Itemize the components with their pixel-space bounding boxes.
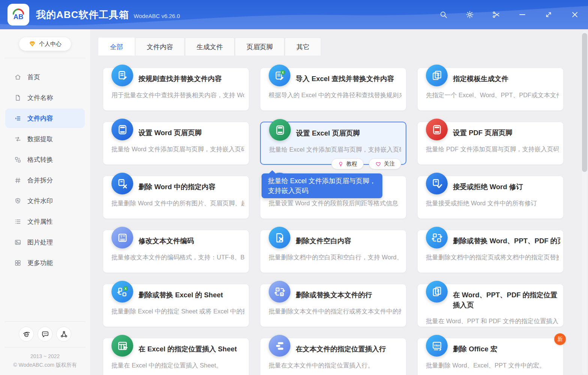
tooltip-line: 批量给 Excel 文件添加页眉与页脚， [268, 176, 376, 186]
follow-button[interactable]: 关注 [369, 158, 401, 169]
tool-card-description: 批量给 PDF 文件添加页眉与页脚，支持嵌入页码 [426, 145, 559, 154]
vba-circle: VBA [426, 335, 448, 357]
share-icon[interactable] [56, 327, 71, 342]
sidebar-item-image-process[interactable]: 图片处理 [5, 232, 85, 252]
tool-card-title: 接受或拒绝 Word 修订 [453, 182, 560, 192]
tool-card-description: 批量删除 Excel 中的指定 Sheet 或将 Excel 中的指定 Sh [111, 307, 244, 316]
tool-card[interactable]: 在 Excel 的指定位置插入 Sheet 批量在 Excel 中的指定位置插入… [103, 338, 249, 375]
tool-card[interactable]: 设置 PDF 页眉页脚 批量给 PDF 文件添加页眉与页脚，支持嵌入页码 [417, 122, 564, 165]
sidebar-item-data-extract[interactable]: 数据提取 [5, 129, 85, 149]
sidebar-footer: 2013 ~ 2022 © WodeABC.com 版权所有 [0, 315, 90, 375]
doc-x-icon: w [117, 178, 128, 190]
svg-text:T: T [120, 235, 122, 238]
tool-card[interactable]: 设置 Excel 页眉页脚 批量给 Excel 文件添加页眉与页脚，支持嵌入页码… [260, 122, 406, 165]
sidebar-item-format-convert[interactable]: 格式转换 [5, 150, 85, 169]
doc-excel-edit-icon: X [274, 70, 286, 81]
resize-icon[interactable] [544, 11, 553, 19]
svg-text:#: # [437, 288, 439, 293]
tool-card-title: 删除文件空白内容 [296, 236, 403, 246]
svg-text:w: w [434, 180, 437, 183]
tab-other[interactable]: 其它 [285, 38, 321, 56]
sidebar-item-watermark[interactable]: 文件水印 [5, 191, 85, 211]
sidebar-item-label: 图片处理 [27, 238, 53, 247]
svg-text:X: X [124, 287, 126, 290]
chat-icon[interactable] [38, 327, 53, 342]
tool-card-description: 用于批量在文件中查找并替换相关内容，支持 Word、 [111, 91, 244, 99]
social-links [0, 322, 90, 346]
header-footer-circle [426, 119, 448, 140]
convert-icon [14, 156, 21, 163]
tool-card[interactable]: # 在 Word、PPT、PDF 的指定位置插入页 批量在 Word、PPT 和… [417, 284, 564, 327]
tool-card-description: 批量删除文档中的指定页或将文档中的指定页替换为新 [426, 253, 559, 262]
svg-text:X: X [281, 71, 284, 74]
tool-card-description: 批量删除文档中的空白页和空白行，支持 Word、Exce [269, 253, 402, 262]
profile-button[interactable]: 个人中心 [19, 37, 71, 51]
app-version: WodeABC v6.26.0 [134, 13, 180, 19]
swap-pages-icon [431, 232, 443, 244]
lightbulb-icon [338, 161, 344, 167]
app-title: 我的ABC软件工具箱 [36, 8, 129, 21]
swap-sheet-icon: X [117, 286, 128, 298]
sidebar-item-label: 文件属性 [27, 217, 53, 226]
tab-all[interactable]: 全部 [98, 38, 135, 56]
tool-card[interactable]: 按规则查找并替换文件内容 用于批量在文件中查找并替换相关内容，支持 Word、 [103, 68, 249, 111]
blank-x-icon [274, 232, 286, 244]
tab-generate-file[interactable]: 生成文件 [185, 38, 235, 56]
tool-card-title: 删除或替换 Excel 的 Sheet [138, 290, 246, 300]
swap-pages-circle [426, 227, 448, 248]
text-encode-icon: T [117, 232, 128, 244]
tool-card[interactable]: 设置 Word 页眉页脚 批量给 Word 文件添加页眉与页脚，支持嵌入页码 [103, 122, 249, 165]
sidebar-item-file-props[interactable]: 文件属性 [5, 212, 85, 231]
tutorial-button[interactable]: 教程 [331, 158, 364, 169]
tool-card[interactable]: 删除文件空白内容 批量删除文档中的空白页和空白行，支持 Word、Exce [260, 230, 406, 273]
tool-card[interactable]: X 导入 Excel 查找并替换文件内容 根据导入的 Excel 中的文件路径和… [260, 68, 406, 111]
app-logo: AB [8, 4, 29, 26]
sidebar-item-more[interactable]: 更多功能 [5, 253, 85, 273]
file-name-icon [14, 94, 21, 101]
tool-card-description: 批量给 Word 文件添加页眉与页脚，支持嵌入页码 [111, 145, 244, 154]
gear-icon[interactable] [466, 11, 474, 19]
tool-card-title: 导入 Excel 查找并替换文件内容 [296, 74, 403, 84]
doc-edit-circle [111, 65, 133, 86]
tool-card[interactable]: X 删除或替换 Excel 的 Sheet 批量删除 Excel 中的指定 Sh… [103, 284, 249, 327]
tab-file-content[interactable]: 文件内容 [135, 38, 185, 56]
image-icon [14, 239, 21, 246]
grid-icon [14, 259, 21, 267]
scrollbar[interactable] [582, 31, 587, 374]
sidebar: 个人中心 首页 文件名称 文件内容 数据提取 格式转换 合并拆分 文件水印 文件… [0, 29, 90, 375]
tool-card-title: 在文本文件的指定位置插入行 [296, 344, 403, 354]
profile-label: 个人中心 [39, 41, 62, 48]
tool-card[interactable]: 在文本文件的指定位置插入行 批量在文本文件中的指定位置插入行。 [260, 338, 406, 375]
sidebar-item-home[interactable]: 首页 [5, 67, 85, 87]
tool-card[interactable]: VBA 删除 Office 宏 批量删除 Word、Excel、PPT 文件中的… [417, 338, 564, 375]
tool-card[interactable]: T 删除或替换文本文件的行 批量删除文本文件中的指定行或将文本文件中的指定行 [260, 284, 406, 327]
search-icon[interactable] [439, 11, 448, 19]
tool-card-title: 删除 Office 宏 [453, 344, 560, 354]
sidebar-item-merge-split[interactable]: 合并拆分 [5, 170, 85, 190]
close-icon[interactable] [571, 11, 579, 19]
tooltip-line: 支持嵌入页码 [268, 186, 376, 196]
category-tabs: 全部文件内容生成文件页眉页脚其它 [98, 38, 588, 56]
swap-lines-icon: T [274, 286, 286, 298]
ie-icon[interactable] [19, 327, 34, 342]
doc-check-circle: w [426, 173, 448, 194]
tool-card[interactable]: 指定模板生成文件 先指定一个 Excel、Word、PPT、PDF或文本文件作为… [417, 68, 564, 111]
minimize-icon[interactable] [518, 11, 526, 19]
sidebar-item-file-name[interactable]: 文件名称 [5, 88, 85, 107]
insert-sheet-circle [111, 335, 133, 357]
tab-header-footer[interactable]: 页眉页脚 [235, 38, 284, 56]
scissors-icon[interactable] [492, 11, 500, 19]
tool-card[interactable]: T 修改文本文件编码 批量修改文本文件的编码格式，支持：UTF-8、BIG5、 [103, 230, 249, 273]
header-footer-icon [274, 124, 286, 136]
tool-card[interactable]: w 删除 Word 中的指定内容 批量删除 Word 文件中的所有图片、页眉页脚… [103, 176, 249, 219]
sidebar-divider [5, 347, 86, 348]
tool-card-description: 根据导入的 Excel 中的文件路径和查找替换规则来批量 [269, 91, 402, 99]
scrollbar-thumb[interactable] [582, 33, 587, 172]
tool-card[interactable]: w 接受或拒绝 Word 修订 批量接受或拒绝 Word 文件中的所有修订 [417, 176, 564, 219]
sidebar-item-file-content[interactable]: 文件内容 [5, 108, 85, 128]
sidebar-item-label: 数据提取 [27, 135, 53, 143]
tool-card[interactable]: 删除或替换 Word、PPT、PDF 的页 批量删除文档中的指定页或将文档中的指… [417, 230, 564, 273]
heart-icon [375, 161, 381, 167]
tool-card-description: 批量删除文本文件中的指定行或将文本文件中的指定行 [269, 307, 402, 316]
tool-card-title: 设置 Excel 页眉页脚 [296, 128, 403, 139]
